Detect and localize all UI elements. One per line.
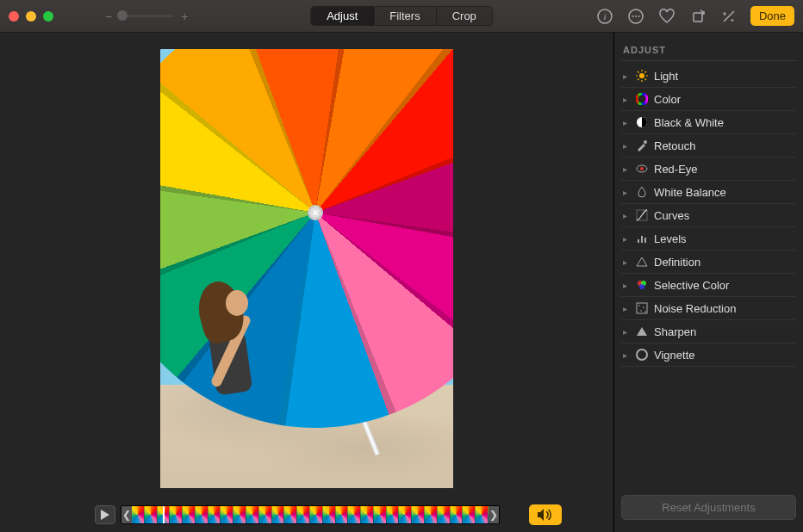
zoom-out-icon: − (105, 9, 112, 23)
chevron-right-icon: ▸ (623, 188, 630, 197)
filmstrip-frame[interactable] (425, 506, 438, 523)
filmstrip-frame[interactable] (387, 506, 400, 523)
window-close-button[interactable] (9, 11, 19, 22)
chevron-right-icon: ▸ (623, 234, 630, 244)
adjustment-redeye[interactable]: ▸Red-Eye (621, 158, 796, 181)
filmstrip-frame[interactable] (132, 506, 145, 523)
timeline: ❮ ❯ (0, 504, 613, 532)
adjustment-retouch[interactable]: ▸Retouch (621, 134, 796, 158)
favorite-icon[interactable] (657, 7, 676, 26)
adjustment-label: Noise Reduction (654, 302, 736, 315)
sharpen-icon (635, 325, 649, 338)
filmstrip-frame[interactable] (196, 506, 209, 523)
adjustment-color[interactable]: ▸Color (621, 88, 796, 111)
svg-point-30 (643, 306, 644, 308)
chevron-right-icon: ▸ (623, 118, 630, 127)
adjustment-noise[interactable]: ▸Noise Reduction (621, 297, 796, 320)
filmstrip-frame[interactable] (323, 506, 336, 523)
filmstrip-frame[interactable] (412, 506, 425, 523)
filmstrip-frame[interactable] (476, 506, 489, 523)
filmstrip-frame[interactable] (183, 506, 196, 523)
adjustment-definition[interactable]: ▸Definition (621, 251, 796, 274)
reset-adjustments-button[interactable]: Reset Adjustments (621, 495, 796, 520)
filmstrip-frame[interactable] (348, 506, 361, 523)
filmstrip-frame[interactable] (233, 506, 246, 523)
curves-icon (635, 208, 649, 222)
more-icon[interactable] (626, 7, 645, 26)
zoom-thumb[interactable] (117, 10, 128, 21)
adjustment-label: Red-Eye (654, 163, 698, 176)
svg-rect-23 (641, 236, 643, 243)
filmstrip[interactable]: ❮ ❯ (121, 505, 500, 524)
chevron-right-icon: ▸ (623, 281, 630, 290)
filmstrip-frame[interactable] (170, 506, 183, 523)
adjustment-wb[interactable]: ▸White Balance (621, 181, 796, 204)
zoom-track[interactable] (119, 15, 174, 17)
filmstrip-frame[interactable] (310, 506, 323, 523)
filmstrip-frame[interactable] (463, 506, 476, 523)
filmstrip-frame[interactable] (361, 506, 374, 523)
zoom-slider[interactable]: − + (105, 9, 188, 23)
filmstrip-frame[interactable] (374, 506, 387, 523)
tab-filters[interactable]: Filters (374, 7, 436, 25)
done-button[interactable]: Done (750, 6, 794, 26)
filmstrip-frame[interactable] (438, 506, 451, 523)
svg-point-29 (638, 305, 640, 306)
adjustment-label: Vignette (654, 349, 694, 362)
adjustment-label: Selective Color (654, 279, 729, 292)
adjustment-selcolor[interactable]: ▸Selective Color (621, 274, 796, 297)
trim-start-handle[interactable]: ❮ (121, 506, 132, 523)
adjustment-label: Levels (654, 232, 687, 245)
chevron-right-icon: ▸ (623, 71, 630, 81)
adjustment-sharpen[interactable]: ▸Sharpen (621, 320, 796, 343)
photo-preview[interactable] (160, 49, 453, 488)
filmstrip-frame[interactable] (399, 506, 412, 523)
levels-icon (635, 232, 649, 245)
window-minimize-button[interactable] (26, 11, 36, 22)
adjustment-label: Sharpen (654, 325, 696, 338)
svg-point-4 (635, 15, 637, 17)
audio-button[interactable] (529, 504, 562, 525)
window-zoom-button[interactable] (43, 11, 53, 22)
filmstrip-frame[interactable] (246, 506, 259, 523)
svg-point-20 (640, 167, 644, 170)
window-controls (9, 11, 53, 22)
svg-rect-6 (694, 13, 702, 22)
definition-icon (635, 255, 649, 269)
sidebar-header: ADJUST (621, 41, 796, 61)
mode-tabs: Adjust Filters Crop (310, 6, 493, 26)
svg-point-33 (637, 350, 647, 360)
filmstrip-frame[interactable] (297, 506, 310, 523)
filmstrip-frames[interactable] (132, 506, 489, 523)
adjustment-light[interactable]: ▸Light (621, 65, 796, 88)
adjustment-label: White Balance (654, 186, 726, 199)
play-button[interactable] (95, 505, 115, 524)
info-icon[interactable]: i (595, 7, 614, 26)
main: ❮ ❯ ADJUST ▸Light▸Color▸Black & White▸Re… (0, 33, 803, 532)
svg-line-15 (645, 71, 647, 73)
canvas-area: ❮ ❯ (0, 33, 613, 532)
filmstrip-frame[interactable] (451, 506, 464, 523)
adjustment-bw[interactable]: ▸Black & White (621, 111, 796, 134)
filmstrip-frame[interactable] (272, 506, 285, 523)
filmstrip-frame[interactable] (209, 506, 221, 523)
filmstrip-frame[interactable] (259, 506, 272, 523)
filmstrip-frame[interactable] (336, 506, 349, 523)
adjustment-curves[interactable]: ▸Curves (621, 204, 796, 227)
svg-rect-22 (638, 239, 639, 243)
filmstrip-frame[interactable] (284, 506, 297, 523)
adjustment-label: Definition (654, 256, 700, 269)
playhead[interactable] (163, 505, 165, 524)
toolbar-right: i Done (595, 6, 794, 26)
adjust-sidebar: ADJUST ▸Light▸Color▸Black & White▸Retouc… (613, 33, 803, 532)
adjustment-vignette[interactable]: ▸Vignette (621, 343, 796, 367)
trim-end-handle[interactable]: ❯ (489, 506, 499, 523)
adjustment-levels[interactable]: ▸Levels (621, 227, 796, 251)
filmstrip-frame[interactable] (145, 506, 158, 523)
tab-crop[interactable]: Crop (437, 7, 492, 25)
enhance-icon[interactable] (719, 7, 738, 26)
titlebar: − + Adjust Filters Crop i Done (0, 0, 803, 33)
filmstrip-frame[interactable] (221, 506, 233, 523)
tab-adjust[interactable]: Adjust (311, 7, 374, 25)
rotate-icon[interactable] (688, 7, 707, 26)
